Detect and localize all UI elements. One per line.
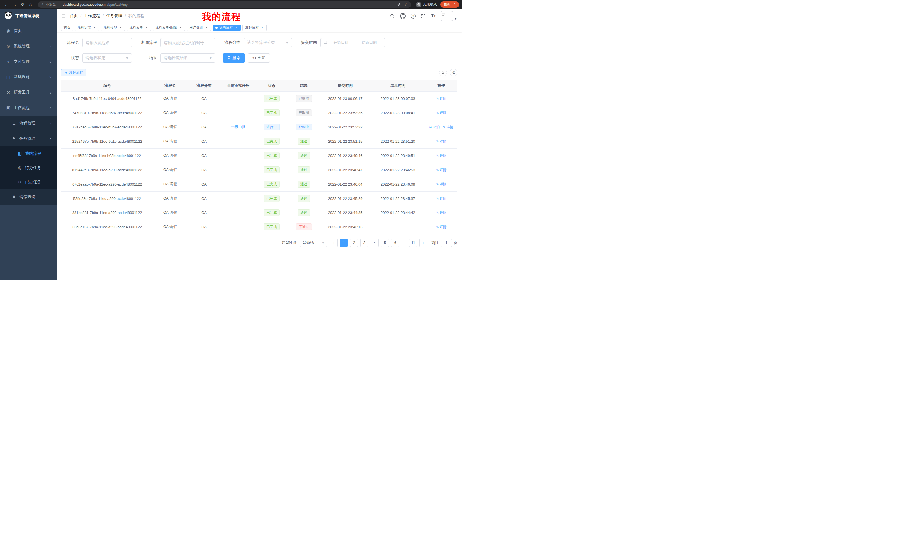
detail-link[interactable]: ✎详情: [436, 96, 446, 101]
close-tab-icon[interactable]: ×: [93, 26, 96, 30]
sidebar-item-devtools[interactable]: ⚒研发工具∨: [0, 85, 57, 100]
view-tab[interactable]: 流程定义×: [75, 24, 99, 31]
incognito-badge[interactable]: 无痕模式: [416, 2, 437, 7]
cell-current-task: [221, 106, 255, 120]
page-button-3[interactable]: 3: [360, 239, 368, 247]
process-definition-input[interactable]: [160, 38, 215, 47]
task-link[interactable]: 一级审批: [231, 125, 246, 129]
infra-icon: ▤: [6, 75, 11, 79]
close-tab-icon[interactable]: ×: [204, 26, 208, 30]
user-avatar[interactable]: ▼: [441, 11, 457, 21]
detail-link[interactable]: ✎详情: [436, 182, 446, 187]
sidebar-item-workflow[interactable]: ▣工作流程∧: [0, 100, 57, 115]
chevron-down-icon: ▼: [126, 56, 129, 60]
detail-link[interactable]: ✎详情: [443, 125, 453, 130]
bookmark-star-icon[interactable]: ☆: [405, 3, 408, 7]
cell-id: 03c6c157-7b9a-11ec-a290-acde48001122: [61, 220, 153, 234]
process-name-input[interactable]: [82, 38, 132, 47]
detail-link[interactable]: ✎详情: [436, 196, 446, 201]
page-button-1[interactable]: 1: [340, 239, 348, 247]
page-button-6[interactable]: 6: [391, 239, 399, 247]
start-date-placeholder[interactable]: 开始日期: [328, 40, 353, 45]
cell-category: OA: [187, 177, 221, 191]
detail-link[interactable]: ✎详情: [436, 153, 446, 158]
prev-page-button[interactable]: ‹: [330, 239, 338, 247]
reload-icon[interactable]: ↻: [19, 1, 26, 8]
pagination-ellipsis[interactable]: •••: [402, 241, 407, 245]
page-button-11[interactable]: 11: [409, 239, 417, 247]
cell-actions: ✎详情: [425, 163, 458, 177]
font-size-icon[interactable]: TT: [431, 13, 435, 18]
sidebar-item-process-management[interactable]: ≣流程管理∨: [0, 115, 57, 131]
edit-icon: ✎: [443, 125, 446, 129]
sidebar-toggle-icon[interactable]: [60, 13, 66, 18]
view-tab[interactable]: 流程表单-编辑×: [153, 24, 185, 31]
detail-link[interactable]: ✎详情: [436, 139, 446, 144]
cell-category: OA: [187, 191, 221, 205]
status-select[interactable]: 请选择状态 ▼: [82, 53, 132, 63]
sidebar-item-my-process[interactable]: ◧我的流程: [0, 147, 57, 161]
sidebar-item-done-tasks[interactable]: ✂已办任务: [0, 175, 57, 189]
back-icon[interactable]: ←: [3, 1, 10, 8]
close-tab-icon[interactable]: ×: [118, 26, 123, 30]
sidebar-item-todo-tasks[interactable]: ◎待办任务: [0, 161, 57, 175]
cell-current-task: [221, 177, 255, 191]
breadcrumb-item[interactable]: 首页: [70, 13, 78, 18]
cancel-link[interactable]: ⊘取消: [429, 125, 440, 130]
address-bar[interactable]: ⚠ 不安全 dashboard.yudao.iocoder.cn/bpm/tas…: [38, 1, 411, 8]
close-tab-icon[interactable]: ×: [144, 26, 148, 30]
next-page-button[interactable]: ›: [420, 239, 428, 247]
update-button[interactable]: 更新 ⋮: [440, 1, 459, 8]
browser-menu-icon[interactable]: ⋮: [451, 2, 458, 7]
submit-time-range-picker[interactable]: 开始日期 - 结束日期: [320, 38, 385, 47]
result-tag: 通过: [297, 181, 310, 187]
chevron-down-icon: ∨: [50, 76, 51, 79]
sidebar-item-task-management[interactable]: ⚑任务管理∧: [0, 131, 57, 147]
process-category-select[interactable]: 请选择流程分类 ▼: [244, 38, 292, 47]
view-tab[interactable]: 首页: [61, 24, 73, 31]
toggle-search-button[interactable]: [439, 69, 447, 76]
reset-button[interactable]: ⟲ 重置: [248, 53, 270, 63]
detail-link[interactable]: ✎详情: [436, 168, 446, 172]
column-header: 提交时间: [320, 80, 370, 91]
page-button-4[interactable]: 4: [370, 239, 379, 247]
close-tab-icon[interactable]: ×: [260, 26, 264, 30]
goto-page-input[interactable]: [441, 239, 452, 247]
help-icon[interactable]: ?: [411, 14, 416, 18]
breadcrumb-item[interactable]: 工作流程: [84, 13, 100, 18]
view-tab[interactable]: 流程模型×: [101, 24, 125, 31]
detail-link[interactable]: ✎详情: [436, 111, 446, 115]
result-select[interactable]: 请选择流结果 ▼: [160, 53, 215, 63]
sidebar-item-home[interactable]: ◉首页: [0, 23, 57, 39]
view-tab[interactable]: 发起流程×: [242, 24, 267, 31]
breadcrumb-item[interactable]: 任务管理: [106, 13, 122, 18]
detail-link[interactable]: ✎详情: [436, 225, 446, 229]
view-tab-label: 发起流程: [245, 25, 259, 30]
page-button-2[interactable]: 2: [350, 239, 358, 247]
sidebar-item-system[interactable]: ⚙系统管理∨: [0, 39, 57, 54]
close-tab-icon[interactable]: ×: [234, 26, 238, 30]
sidebar-item-leave-query[interactable]: ♟请假查询: [0, 189, 57, 205]
search-icon[interactable]: [390, 13, 395, 18]
close-tab-icon[interactable]: ×: [178, 26, 183, 30]
search-button[interactable]: 搜索: [223, 53, 245, 63]
browser-home-icon[interactable]: ⌂: [27, 1, 34, 8]
app-logo[interactable]: 芋道管理系统: [0, 9, 57, 23]
page-button-5[interactable]: 5: [381, 239, 389, 247]
fullscreen-icon[interactable]: [421, 14, 426, 18]
sidebar-item-payment[interactable]: ¥支付管理∨: [0, 54, 57, 69]
view-tab[interactable]: 用户分组×: [187, 24, 211, 31]
detail-link[interactable]: ✎详情: [436, 210, 446, 215]
gear-icon: ⚙: [6, 44, 11, 49]
view-tab[interactable]: 流程表单×: [127, 24, 151, 31]
view-tab[interactable]: 我的流程×: [213, 24, 241, 31]
end-date-placeholder[interactable]: 结束日期: [357, 40, 382, 45]
forward-icon[interactable]: →: [11, 1, 18, 8]
page-size-select[interactable]: 10条/页 ▼: [300, 239, 327, 247]
start-process-button[interactable]: ＋ 发起流程: [61, 69, 86, 76]
view-tab-label: 我的流程: [219, 25, 233, 30]
github-icon[interactable]: [400, 13, 406, 19]
password-key-icon[interactable]: [397, 3, 400, 7]
sidebar-item-infra[interactable]: ▤基础设施∨: [0, 69, 57, 85]
refresh-table-button[interactable]: ⟲: [450, 69, 458, 76]
